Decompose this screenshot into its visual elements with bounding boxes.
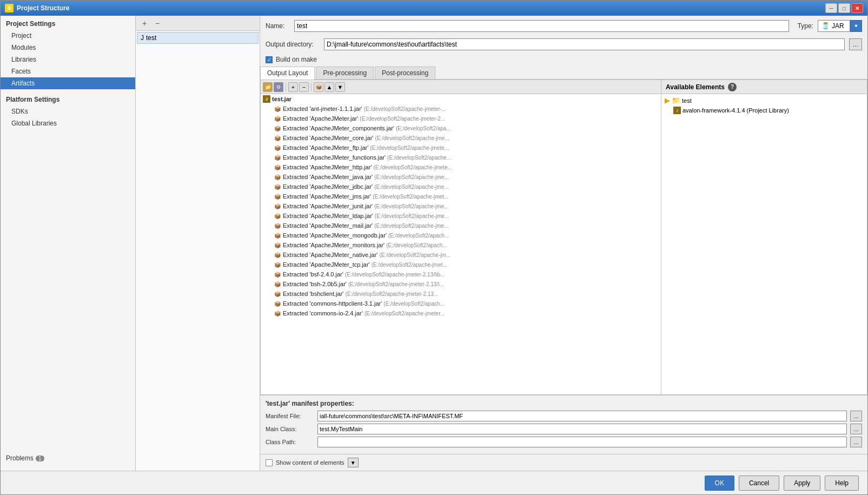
tree-up-button[interactable]: ▲	[324, 82, 334, 92]
tree-item-6[interactable]: 📦 Extracted 'ApacheJMeter_functions.jar'…	[261, 153, 661, 162]
tree-item-label-5: Extracted 'ApacheJMeter_ftp.jar'	[283, 144, 368, 151]
show-content-row: Show content of elements ▼	[260, 454, 867, 471]
avail-folder-label: test	[682, 97, 692, 104]
manifest-title: 'test.jar' manifest properties:	[266, 400, 862, 407]
sidebar-item-global-libraries[interactable]: Global Libraries	[1, 117, 135, 129]
window-controls: ─ □ ✕	[825, 3, 863, 13]
tree-item-16[interactable]: 📦 Extracted 'ApacheJMeter_native.jar' (E…	[261, 250, 661, 260]
tree-toolbar-sep2	[311, 83, 312, 91]
tab-post-processing[interactable]: Post-processing	[375, 67, 435, 79]
tree-item-14[interactable]: 📦 Extracted 'ApacheJMeter_mongodb.jar' (…	[261, 230, 661, 240]
tree-item-1[interactable]: 📦 Extracted 'ant-jmeter-1.1.1.jar' (E:/d…	[261, 104, 661, 114]
sidebar-item-sdks[interactable]: SDKs	[1, 105, 135, 117]
type-label: Type:	[798, 22, 813, 30]
cancel-button[interactable]: Cancel	[739, 476, 779, 491]
sidebar-item-modules[interactable]: Modules	[1, 42, 135, 54]
main-window: ⚙ Project Structure ─ □ ✕ Project Settin…	[0, 0, 868, 495]
minimize-button[interactable]: ─	[825, 3, 837, 13]
tree-item-label-12: Extracted 'ApacheJMeter_ldap.jar'	[283, 213, 373, 219]
tree-item-8[interactable]: 📦 Extracted 'ApacheJMeter_java.jar' (E:/…	[261, 172, 661, 182]
tree-item-path-1: (E:/developSoft2/apache-jmeter-...	[364, 106, 446, 112]
output-input[interactable]	[324, 38, 845, 50]
tree-item-2[interactable]: 📦 Extracted 'ApacheJMeter.jar' (E:/devel…	[261, 114, 661, 123]
tree-item-21[interactable]: 📦 Extracted 'commons-httpclient-3.1.jar'…	[261, 299, 661, 308]
tree-item-13[interactable]: 📦 Extracted 'ApacheJMeter_mail.jar' (E:/…	[261, 221, 661, 230]
manifest-section: 'test.jar' manifest properties: Manifest…	[260, 395, 867, 454]
extracted-icon-11: 📦	[274, 202, 281, 210]
tree-item-10[interactable]: 📦 Extracted 'ApacheJMeter_jms.jar' (E:/d…	[261, 192, 661, 201]
avail-item-avalon[interactable]: J avalon-framework-4.1.4 (Project Librar…	[662, 105, 866, 115]
manifest-browse-button[interactable]: …	[850, 411, 862, 421]
help-icon[interactable]: ?	[728, 83, 737, 91]
tree-item-root[interactable]: J test.jar	[261, 94, 661, 104]
tree-add-folder-button[interactable]: 📁	[263, 82, 273, 92]
avail-folder-test[interactable]: ▶ 📁 test	[662, 95, 866, 105]
remove-artifact-button[interactable]: −	[152, 18, 163, 29]
available-content: ▶ 📁 test J avalon-framework-4.1.4 (Proje…	[661, 94, 867, 394]
tree-item-19[interactable]: 📦 Extracted 'bsh-2.0b5.jar' (E:/developS…	[261, 279, 661, 289]
content-area: Project Settings Project Modules Librari…	[1, 16, 867, 471]
tree-item-18[interactable]: 📦 Extracted 'bsf-2.4.0.jar' (E:/developS…	[261, 269, 661, 279]
right-available: Available Elements ? ▶ 📁 test J av	[661, 80, 867, 394]
add-artifact-button[interactable]: +	[139, 18, 150, 29]
sidebar-item-artifacts[interactable]: Artifacts	[1, 77, 135, 89]
tabs-row: Output Layout Pre-processing Post-proces…	[260, 67, 867, 80]
tree-item-path-19: (E:/developSoft2/apache-jmeter-2.13/l...	[348, 281, 444, 287]
apply-button[interactable]: Apply	[784, 476, 820, 491]
class-path-browse-button[interactable]: …	[850, 437, 862, 447]
sidebar-item-facets[interactable]: Facets	[1, 65, 135, 77]
tree-options-button[interactable]: ⚙	[274, 82, 283, 92]
tree-item-20[interactable]: 📦 Extracted 'bshclient.jar' (E:/developS…	[261, 289, 661, 299]
tree-item-9[interactable]: 📦 Extracted 'ApacheJMeter_jdbc.jar' (E:/…	[261, 182, 661, 192]
tree-item-4[interactable]: 📦 Extracted 'ApacheJMeter_core.jar' (E:/…	[261, 133, 661, 143]
tree-item-label-15: Extracted 'ApacheJMeter_monitors.jar'	[283, 242, 385, 248]
avail-lib-icon: J	[673, 107, 681, 114]
tree-item-path-14: (E:/developSoft2/apach...	[388, 233, 449, 239]
main-class-browse-button[interactable]: …	[850, 424, 862, 434]
tab-output-layout[interactable]: Output Layout	[260, 67, 315, 80]
output-browse-button[interactable]: …	[849, 38, 862, 50]
tree-item-11[interactable]: 📦 Extracted 'ApacheJMeter_junit.jar' (E:…	[261, 201, 661, 211]
artifact-item-test[interactable]: J test	[137, 32, 259, 44]
sidebar-item-libraries[interactable]: Libraries	[1, 54, 135, 65]
problems-row[interactable]: Problems 1	[1, 452, 135, 464]
manifest-file-input[interactable]	[317, 411, 847, 421]
tree-down-button[interactable]: ▼	[335, 82, 345, 92]
show-content-checkbox[interactable]	[266, 459, 273, 466]
close-button[interactable]: ✕	[851, 3, 863, 13]
type-dropdown-button[interactable]	[850, 20, 862, 32]
main-class-input[interactable]	[317, 424, 847, 434]
tree-item-22[interactable]: 📦 Extracted 'commons-io-2.4.jar' (E:/dev…	[261, 308, 661, 318]
tree-item-5[interactable]: 📦 Extracted 'ApacheJMeter_ftp.jar' (E:/d…	[261, 143, 661, 153]
sidebar-item-project[interactable]: Project	[1, 30, 135, 42]
tree-item-15[interactable]: 📦 Extracted 'ApacheJMeter_monitors.jar' …	[261, 240, 661, 250]
tree-add-button[interactable]: +	[288, 82, 298, 92]
tab-pre-processing[interactable]: Pre-processing	[316, 67, 374, 79]
tree-remove-button[interactable]: −	[299, 82, 309, 92]
main-class-row: Main Class: …	[266, 424, 862, 434]
restore-button[interactable]: □	[838, 3, 850, 13]
elements-area: 📁 ⚙ + − 📦 ▲ ▼ J	[260, 80, 867, 395]
build-on-make-row: Build on make	[260, 52, 867, 67]
extracted-icon-20: 📦	[274, 290, 281, 298]
tree-item-path-21: (E:/developSoft2/apach...	[383, 301, 444, 307]
build-on-make-checkbox[interactable]	[266, 56, 273, 63]
tree-item-path-4: (E:/developSoft2/apache-jme...	[375, 135, 449, 141]
tree-item-path-11: (E:/developSoft2/apache-jme...	[374, 203, 448, 209]
extracted-icon-18: 📦	[274, 270, 281, 278]
ok-button[interactable]: OK	[705, 476, 734, 491]
name-input[interactable]	[294, 20, 789, 32]
class-path-input[interactable]	[317, 437, 847, 447]
tree-item-label-19: Extracted 'bsh-2.0b5.jar'	[283, 281, 347, 287]
left-tree: 📁 ⚙ + − 📦 ▲ ▼ J	[261, 80, 661, 394]
artifact-jar-icon: J	[141, 34, 144, 42]
tree-item-12[interactable]: 📦 Extracted 'ApacheJMeter_ldap.jar' (E:/…	[261, 211, 661, 221]
tree-item-17[interactable]: 📦 Extracted 'ApacheJMeter_tcp.jar' (E:/d…	[261, 260, 661, 269]
show-expand-button[interactable]: ▼	[348, 458, 359, 467]
show-content-label: Show content of elements	[276, 459, 344, 466]
folder-icon: ▶	[665, 96, 670, 104]
help-button[interactable]: Help	[825, 476, 859, 491]
tree-item-7[interactable]: 📦 Extracted 'ApacheJMeter_http.jar' (E:/…	[261, 162, 661, 172]
tree-item-3[interactable]: 📦 Extracted 'ApacheJMeter_components.jar…	[261, 123, 661, 133]
tree-pkg-button[interactable]: 📦	[314, 82, 323, 92]
